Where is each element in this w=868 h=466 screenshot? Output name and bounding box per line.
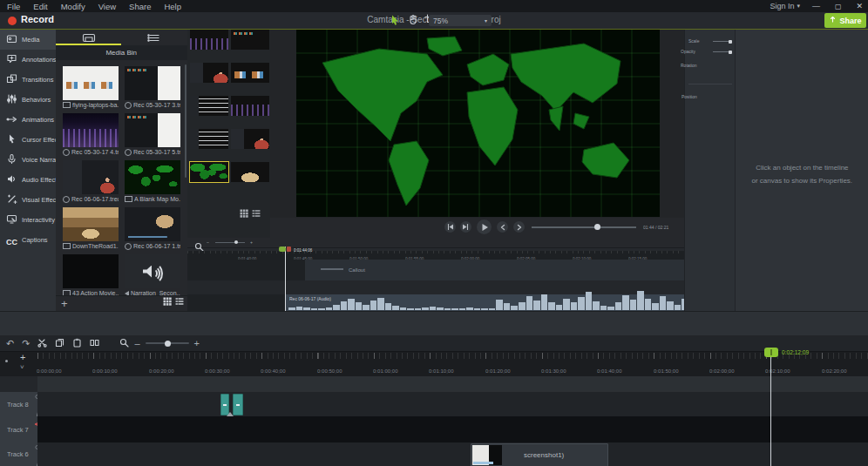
minimize-button[interactable]: — <box>812 2 820 10</box>
transitions-icon <box>6 72 17 88</box>
add-track-button[interactable]: + <box>20 352 25 362</box>
embedded-audio-clip: Rec 06-06-17 (Audio) <box>285 294 735 311</box>
track-content-7 <box>37 416 868 443</box>
sidebar-item-behaviors[interactable]: Behaviors <box>0 90 56 110</box>
list-view-icon[interactable] <box>175 294 184 309</box>
grid-view-icon[interactable] <box>163 294 172 309</box>
embedded-media-item: c 05-30-17 5.tr... <box>190 129 228 155</box>
sidebar-item-animations[interactable]: Animations <box>0 110 56 130</box>
undo-button[interactable]: ↶ <box>6 339 14 348</box>
media-item[interactable]: Narration_Secon... <box>125 254 180 298</box>
embedded-playback-bar: 01:44 / 02:21 <box>270 218 684 238</box>
menu-item-modify[interactable]: Modify <box>61 2 85 11</box>
sidebar-item-label: Animations <box>22 116 54 123</box>
ruler-label: 0:01:40;00 <box>597 368 622 375</box>
timeline-zoom-handle[interactable] <box>165 341 171 347</box>
media-item[interactable]: 43 Action Movie... <box>63 254 119 298</box>
sidebar-item-label: Transitions <box>22 76 53 83</box>
playhead-handle[interactable] <box>764 348 778 357</box>
timeline-zoom-slider[interactable] <box>146 342 189 344</box>
sidebar-item-media[interactable]: Media <box>0 30 56 50</box>
media-item[interactable]: Rec 05-30-17 4.tr... <box>63 113 119 157</box>
track-name: Track 6 <box>7 450 29 457</box>
rec-file-icon <box>125 149 132 156</box>
ruler-label: 0:02:10;00 <box>765 368 790 375</box>
scrollbar[interactable] <box>185 64 186 178</box>
tools-sidebar: MediaAnnotationsTransitionsBehaviorsAnim… <box>0 30 56 311</box>
share-button[interactable]: Share <box>824 13 866 28</box>
media-item[interactable]: flying-laptops-ba... <box>63 66 119 110</box>
media-item[interactable]: Rec 05-30-17 5.tr... <box>125 113 180 157</box>
playhead-time-label: 0:02:12;09 <box>782 349 809 355</box>
media-bin-panel: Media Bin flying-laptops-ba...Rec 05-30-… <box>56 30 188 311</box>
select-tool-icon[interactable] <box>390 13 401 29</box>
embedded-media-item: c 05-30-17 2.tr... <box>190 63 228 89</box>
collapse-tracks-button[interactable]: ˅ <box>20 363 24 371</box>
add-media-button[interactable]: + <box>61 299 68 309</box>
interactivity-icon <box>6 213 17 228</box>
track-content-8 <box>37 392 868 417</box>
screenshot-clip[interactable]: screenshot1) <box>471 443 608 466</box>
playhead-line[interactable] <box>770 357 771 466</box>
sidebar-item-voice-narration[interactable]: Voice Narration <box>0 150 56 170</box>
track-name: Track 8 <box>7 401 29 408</box>
timeline-zoom-in[interactable]: + <box>194 339 200 348</box>
rec-file-icon <box>63 196 70 203</box>
ruler-label: 0:02:20;00 <box>822 368 847 375</box>
copy-button[interactable] <box>55 335 64 351</box>
sidebar-item-cursor-effects[interactable]: Cursor Effects <box>0 130 56 150</box>
sidebar-item-label: Captions <box>22 236 48 243</box>
media-item[interactable]: DownTheRoad1... <box>63 207 119 251</box>
cut-button[interactable] <box>37 335 47 351</box>
animations-icon <box>6 112 17 128</box>
canvas[interactable]: ght 1.mp4Rec 05-23-17.trecc 05-30-17 2.t… <box>187 30 735 311</box>
media-item[interactable]: A Blank Map Mo... <box>125 160 180 204</box>
menu-item-view[interactable]: View <box>98 2 116 11</box>
canvas-zoom-dropdown[interactable]: 75% ▾ <box>429 15 492 26</box>
embedded-next-frame-icon <box>460 221 471 233</box>
redo-button[interactable]: ↷ <box>22 339 30 348</box>
sidebar-item-transitions[interactable]: Transitions <box>0 70 56 90</box>
media-item-label: Rec 06-06-17 1.trec <box>133 243 180 250</box>
embedded-playhead <box>285 247 286 311</box>
menu-item-share[interactable]: Share <box>129 2 151 11</box>
embedded-waveform <box>288 287 733 310</box>
timeline-ruler[interactable]: 0:00:00;000:00:10;000:00:20;000:00:30;00… <box>0 351 868 377</box>
media-item[interactable]: Rec 06-06-17.trec <box>63 160 119 204</box>
track-name: Track 7 <box>7 426 29 433</box>
paste-button[interactable] <box>72 335 82 351</box>
sidebar-item-label: Behaviors <box>22 96 51 103</box>
ruler-label: 0:00:40;00 <box>261 368 286 375</box>
timeline-zoom-out[interactable]: – <box>134 339 139 348</box>
track-content-6: screenshot1) <box>37 442 868 466</box>
maximize-button[interactable]: ▢ <box>835 3 842 10</box>
media-item[interactable]: Rec 05-30-17 3.tr... <box>125 66 180 110</box>
track-gutter-dot <box>5 360 8 362</box>
magnifier-icon <box>119 335 129 351</box>
rec-file-icon <box>125 102 132 109</box>
embedded-properties-panel: Scale Opacity Rotation Position <box>684 30 735 311</box>
media-item-label: A Blank Map Mo... <box>134 196 180 203</box>
tab-library[interactable] <box>121 30 186 45</box>
playback-bar: 02:12 / 04:00 Properties <box>0 311 868 336</box>
menu-item-file[interactable]: File <box>7 2 20 11</box>
sidebar-item-label: Audio Effects <box>22 176 60 183</box>
pan-tool-icon[interactable] <box>407 13 418 29</box>
split-button[interactable] <box>90 335 99 351</box>
annotation-clip[interactable] <box>233 394 243 415</box>
track-area: Track 8 Track 7 <box>0 376 868 466</box>
sidebar-item-audio-effects[interactable]: Audio Effects <box>0 170 56 190</box>
sidebar-item-annotations[interactable]: Annotations <box>0 50 56 70</box>
sidebar-item-captions[interactable]: CCCaptions <box>0 230 56 250</box>
embedded-media-item: Rec 05-30-17 4.t... <box>231 96 269 122</box>
embedded-position-label: Position <box>682 95 697 100</box>
menu-item-help[interactable]: Help <box>164 2 181 11</box>
sign-in-button[interactable]: Sign In ▾ <box>770 0 800 12</box>
close-button[interactable]: ✕ <box>856 2 863 10</box>
chevron-down-icon: ▾ <box>797 3 800 10</box>
sidebar-item-visual-effects[interactable]: Visual Effects <box>0 190 56 210</box>
menu-item-edit[interactable]: Edit <box>33 2 47 11</box>
sidebar-item-interactivity[interactable]: Interactivity <box>0 210 56 230</box>
media-item[interactable]: Rec 06-06-17 1.trec <box>125 207 180 251</box>
ruler-label: 0:01:00;00 <box>373 368 398 375</box>
